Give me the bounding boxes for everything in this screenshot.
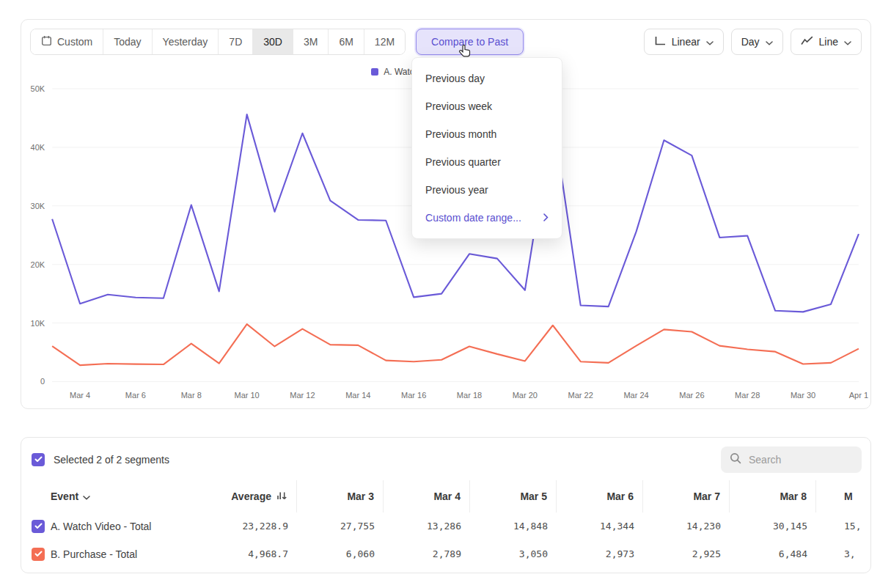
- svg-text:40K: 40K: [31, 143, 45, 152]
- check-icon: [34, 456, 43, 463]
- svg-text:Mar 18: Mar 18: [457, 391, 482, 400]
- range-12m-button[interactable]: 12M: [364, 29, 405, 54]
- row-checkbox[interactable]: [32, 548, 45, 561]
- selected-count-label: Selected 2 of 2 segments: [54, 454, 169, 466]
- svg-text:50K: 50K: [31, 84, 45, 93]
- range-30d-button[interactable]: 30D: [252, 29, 293, 54]
- column-header-mar-8[interactable]: Mar 8: [730, 480, 816, 512]
- column-header-mar-6[interactable]: Mar 6: [557, 480, 643, 512]
- cell-mar-7: 2,925: [643, 540, 730, 568]
- column-header-mar-7[interactable]: Mar 7: [643, 480, 730, 512]
- svg-text:0: 0: [40, 377, 45, 386]
- svg-text:Mar 6: Mar 6: [125, 391, 146, 400]
- cell-mar-6: 2,973: [557, 540, 643, 568]
- chevron-right-icon: [543, 212, 549, 224]
- chart-type-dropdown[interactable]: Line: [791, 29, 862, 55]
- range-custom-button[interactable]: Custom: [31, 29, 103, 54]
- svg-text:Mar 4: Mar 4: [70, 391, 90, 400]
- dashboard: Custom Today Yesterday 7D 30D 3M 6M 12M …: [21, 19, 871, 573]
- svg-text:Mar 8: Mar 8: [181, 391, 202, 400]
- menu-item-previous-day[interactable]: Previous day: [412, 65, 562, 92]
- table-row[interactable]: B. Purchase - Total 4,968.7 6,060 2,789 …: [21, 540, 870, 568]
- column-header-event[interactable]: Event: [51, 480, 197, 512]
- svg-text:Mar 22: Mar 22: [568, 391, 593, 400]
- search-icon: [730, 452, 741, 467]
- svg-text:Mar 10: Mar 10: [234, 391, 259, 400]
- cell-mar-5: 14,848: [470, 512, 557, 540]
- cell-mar-7: 14,230: [643, 512, 730, 540]
- cell-clipped: 3,: [816, 540, 871, 568]
- compare-to-past-wrap: Compare to Past Previous day Previous we…: [416, 29, 524, 55]
- column-header-average[interactable]: Average: [197, 480, 297, 512]
- axes-icon: [654, 36, 666, 48]
- range-6m-button[interactable]: 6M: [328, 29, 363, 54]
- table-row[interactable]: A. Watch Video - Total 23,228.9 27,755 1…: [21, 512, 870, 540]
- svg-text:20K: 20K: [31, 260, 45, 269]
- svg-text:Mar 20: Mar 20: [513, 391, 538, 400]
- svg-text:Mar 12: Mar 12: [290, 391, 315, 400]
- check-icon: [34, 523, 43, 529]
- search-input[interactable]: [747, 453, 853, 466]
- date-range-control: Custom Today Yesterday 7D 30D 3M 6M 12M: [30, 29, 406, 55]
- check-icon: [34, 551, 43, 557]
- cell-average: 23,228.9: [197, 512, 297, 540]
- chevron-down-icon: [766, 36, 773, 48]
- svg-text:30K: 30K: [31, 202, 45, 210]
- chevron-down-icon: [706, 36, 714, 48]
- granularity-dropdown[interactable]: Day: [731, 29, 783, 55]
- sort-icon: [276, 490, 287, 502]
- cell-clipped: 15,: [816, 512, 871, 540]
- cell-mar-8: 30,145: [730, 512, 816, 540]
- row-label: A. Watch Video - Total: [51, 512, 197, 540]
- search-box[interactable]: [721, 446, 862, 473]
- svg-text:Mar 30: Mar 30: [791, 391, 815, 400]
- svg-text:Mar 28: Mar 28: [735, 391, 760, 400]
- column-header-mar-5[interactable]: Mar 5: [470, 480, 557, 512]
- cell-mar-4: 2,789: [384, 540, 470, 568]
- compare-to-past-button[interactable]: Compare to Past: [416, 29, 524, 55]
- range-yesterday-button[interactable]: Yesterday: [152, 29, 219, 54]
- chart-card: Custom Today Yesterday 7D 30D 3M 6M 12M …: [21, 19, 871, 409]
- svg-text:Mar 16: Mar 16: [401, 391, 426, 400]
- svg-text:Mar 14: Mar 14: [345, 391, 370, 400]
- column-header-clipped[interactable]: M: [816, 480, 871, 512]
- cell-mar-4: 13,286: [384, 512, 470, 540]
- menu-item-previous-week[interactable]: Previous week: [412, 92, 562, 120]
- chevron-down-icon: [83, 490, 90, 502]
- line-chart-icon: [801, 36, 813, 48]
- menu-item-previous-quarter[interactable]: Previous quarter: [412, 148, 562, 176]
- cell-mar-5: 3,050: [470, 540, 557, 568]
- cell-mar-3: 6,060: [297, 540, 384, 568]
- chart-toolbar: Custom Today Yesterday 7D 30D 3M 6M 12M …: [21, 20, 870, 55]
- table-header: Event Average Mar 3 Mar 4 Mar 5 Mar 6 Ma…: [21, 480, 870, 512]
- svg-text:Mar 24: Mar 24: [623, 391, 648, 400]
- column-header-mar-3[interactable]: Mar 3: [297, 480, 384, 512]
- scale-dropdown[interactable]: Linear: [644, 29, 724, 55]
- range-today-button[interactable]: Today: [103, 29, 151, 54]
- segments-panel: Selected 2 of 2 segments Event Average: [21, 437, 871, 573]
- cell-average: 4,968.7: [197, 540, 297, 568]
- range-3m-button[interactable]: 3M: [293, 29, 328, 54]
- menu-item-previous-month[interactable]: Previous month: [412, 120, 562, 148]
- menu-item-custom-date-range[interactable]: Custom date range...: [412, 204, 562, 232]
- cell-mar-3: 27,755: [297, 512, 384, 540]
- select-all-checkbox[interactable]: [32, 453, 45, 466]
- svg-text:Mar 26: Mar 26: [679, 391, 704, 400]
- calendar-icon: [41, 35, 52, 48]
- cell-mar-8: 6,484: [730, 540, 816, 568]
- segments-header: Selected 2 of 2 segments: [21, 438, 870, 480]
- column-header-mar-4[interactable]: Mar 4: [384, 480, 470, 512]
- range-7d-button[interactable]: 7D: [218, 29, 252, 54]
- cell-mar-6: 14,344: [557, 512, 643, 540]
- row-label: B. Purchase - Total: [51, 540, 197, 568]
- compare-menu: Previous day Previous week Previous mont…: [411, 57, 562, 239]
- row-checkbox[interactable]: [32, 520, 45, 533]
- series-a-swatch: [371, 68, 378, 76]
- chevron-down-icon: [844, 36, 851, 48]
- chart-controls: Linear Day Line: [644, 29, 862, 55]
- svg-text:10K: 10K: [31, 319, 45, 328]
- svg-text:Apr 1: Apr 1: [849, 391, 868, 400]
- menu-item-previous-year[interactable]: Previous year: [412, 176, 562, 204]
- header-checkbox-spacer: [30, 480, 51, 512]
